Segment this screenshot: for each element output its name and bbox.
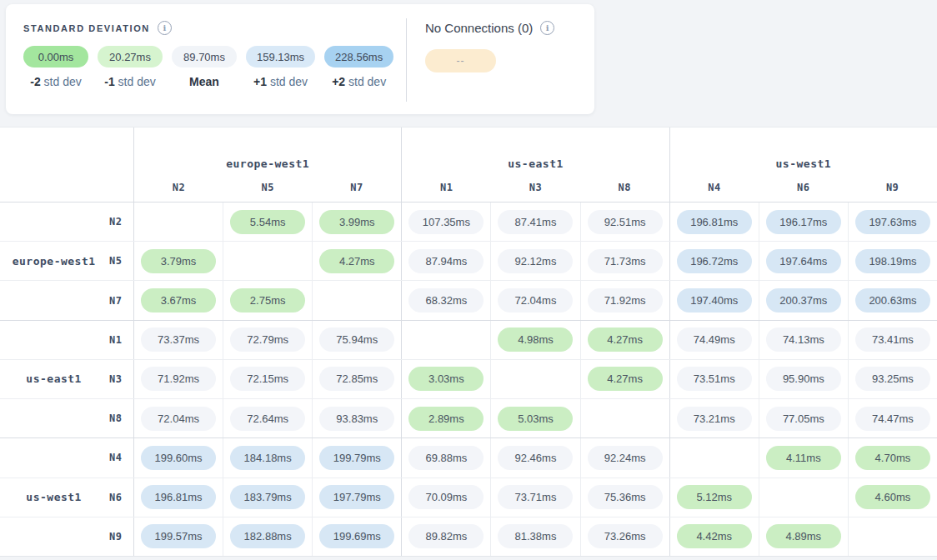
latency-pill[interactable]: 5.54ms (230, 210, 305, 234)
latency-cell[interactable]: 3.03ms (402, 360, 491, 398)
latency-pill[interactable]: 81.38ms (498, 524, 573, 548)
latency-pill[interactable]: 73.41ms (855, 328, 930, 352)
latency-pill[interactable]: 4.42ms (677, 524, 752, 548)
latency-pill[interactable]: 4.27ms (319, 249, 394, 273)
latency-cell[interactable]: 199.57ms (134, 518, 223, 556)
latency-pill[interactable]: 92.51ms (588, 210, 663, 234)
latency-cell[interactable]: 107.35ms (402, 202, 491, 241)
latency-cell[interactable]: 72.04ms (491, 281, 580, 319)
latency-cell[interactable]: 92.51ms (581, 202, 670, 241)
latency-cell[interactable]: 68.32ms (402, 281, 491, 319)
latency-pill[interactable]: 74.47ms (855, 407, 930, 431)
latency-cell[interactable]: 198.19ms (849, 242, 937, 280)
latency-cell[interactable]: 73.71ms (491, 478, 580, 517)
latency-cell[interactable]: 4.42ms (670, 518, 759, 556)
latency-pill[interactable]: 199.69ms (319, 524, 394, 548)
latency-cell[interactable]: 4.11ms (759, 438, 849, 477)
latency-pill[interactable]: 2.75ms (230, 288, 305, 312)
latency-cell[interactable]: 196.81ms (670, 202, 759, 241)
latency-cell[interactable]: 4.70ms (849, 438, 937, 477)
latency-cell[interactable]: 77.05ms (759, 399, 849, 438)
latency-pill[interactable]: 95.90ms (766, 367, 841, 391)
latency-cell[interactable]: 93.25ms (849, 360, 937, 398)
latency-pill[interactable]: 93.25ms (855, 367, 930, 391)
latency-cell[interactable]: 199.69ms (313, 518, 402, 556)
latency-cell[interactable]: 200.37ms (759, 281, 849, 319)
latency-cell[interactable]: 93.83ms (313, 399, 402, 438)
latency-cell[interactable]: 74.47ms (849, 399, 937, 438)
latency-pill[interactable]: 92.12ms (498, 249, 573, 273)
latency-cell[interactable]: 87.41ms (491, 202, 580, 241)
latency-pill[interactable]: 71.92ms (141, 367, 216, 391)
latency-pill[interactable]: 73.37ms (141, 328, 216, 352)
latency-cell[interactable]: 72.15ms (223, 360, 313, 398)
latency-cell[interactable]: 5.12ms (670, 478, 759, 517)
latency-cell[interactable]: 184.18ms (223, 438, 313, 477)
latency-cell[interactable]: 3.67ms (134, 281, 223, 319)
latency-pill[interactable]: 196.17ms (766, 210, 841, 234)
latency-cell[interactable]: 75.94ms (313, 321, 402, 359)
latency-cell[interactable]: 197.79ms (313, 478, 402, 517)
latency-cell[interactable]: 199.60ms (134, 438, 223, 477)
latency-pill[interactable]: 4.60ms (855, 485, 930, 509)
latency-pill[interactable]: 107.35ms (408, 210, 484, 234)
latency-cell[interactable]: 196.17ms (759, 202, 849, 241)
latency-cell[interactable]: 74.13ms (759, 321, 849, 359)
latency-cell[interactable]: 183.79ms (223, 478, 313, 517)
latency-cell[interactable]: 72.85ms (313, 360, 402, 398)
latency-pill[interactable]: 3.67ms (141, 288, 216, 312)
latency-cell[interactable]: 4.27ms (313, 242, 402, 280)
latency-pill[interactable]: 87.41ms (498, 210, 573, 234)
latency-pill[interactable]: 4.89ms (766, 524, 841, 548)
latency-cell[interactable]: 73.41ms (849, 321, 937, 359)
latency-pill[interactable]: 4.98ms (498, 328, 573, 352)
latency-pill[interactable]: 71.73ms (588, 249, 663, 273)
latency-pill[interactable]: 196.72ms (677, 249, 752, 273)
latency-pill[interactable]: 3.99ms (319, 210, 394, 234)
latency-pill[interactable]: 197.79ms (319, 485, 394, 509)
latency-pill[interactable]: 77.05ms (766, 407, 841, 431)
latency-cell[interactable]: 92.12ms (491, 242, 580, 280)
latency-cell[interactable]: 73.51ms (670, 360, 759, 398)
latency-cell[interactable]: 71.92ms (134, 360, 223, 398)
latency-pill[interactable]: 196.81ms (141, 485, 216, 509)
latency-pill[interactable]: 73.71ms (498, 485, 573, 509)
latency-pill[interactable]: 74.49ms (677, 328, 752, 352)
latency-pill[interactable]: 72.04ms (141, 407, 216, 431)
latency-cell[interactable]: 87.94ms (402, 242, 491, 280)
latency-pill[interactable]: 199.60ms (141, 446, 216, 470)
latency-pill[interactable]: 75.94ms (319, 328, 394, 352)
latency-cell[interactable]: 72.79ms (223, 321, 313, 359)
latency-cell[interactable]: 197.64ms (759, 242, 849, 280)
latency-cell[interactable]: 199.79ms (313, 438, 402, 477)
latency-pill[interactable]: 196.81ms (677, 210, 752, 234)
latency-pill[interactable]: 197.63ms (855, 210, 930, 234)
info-icon[interactable]: i (540, 21, 554, 35)
latency-cell[interactable]: 69.88ms (402, 438, 491, 477)
latency-pill[interactable]: 73.51ms (677, 367, 752, 391)
latency-pill[interactable]: 197.64ms (766, 249, 841, 273)
latency-cell[interactable]: 197.63ms (849, 202, 937, 241)
latency-pill[interactable]: 184.18ms (230, 446, 305, 470)
latency-pill[interactable]: 197.40ms (677, 288, 752, 312)
latency-pill[interactable]: 4.27ms (588, 328, 663, 352)
latency-cell[interactable]: 70.09ms (402, 478, 491, 517)
latency-pill[interactable]: 198.19ms (855, 249, 930, 273)
latency-pill[interactable]: 73.26ms (588, 524, 663, 548)
latency-pill[interactable]: 5.03ms (498, 407, 573, 431)
latency-pill[interactable]: 200.63ms (855, 288, 930, 312)
latency-cell[interactable]: 73.21ms (670, 399, 759, 438)
latency-cell[interactable]: 89.82ms (402, 518, 491, 556)
latency-cell[interactable]: 5.54ms (223, 202, 313, 241)
latency-cell[interactable]: 95.90ms (759, 360, 849, 398)
latency-pill[interactable]: 182.88ms (230, 524, 305, 548)
latency-pill[interactable]: 5.12ms (677, 485, 752, 509)
latency-cell[interactable]: 92.46ms (491, 438, 580, 477)
latency-cell[interactable]: 74.49ms (670, 321, 759, 359)
latency-pill[interactable]: 3.79ms (141, 249, 216, 273)
latency-pill[interactable]: 199.57ms (141, 524, 216, 548)
latency-cell[interactable]: 182.88ms (223, 518, 313, 556)
latency-pill[interactable]: 72.04ms (498, 288, 573, 312)
latency-pill[interactable]: 72.64ms (230, 407, 305, 431)
latency-pill[interactable]: 72.79ms (230, 328, 305, 352)
